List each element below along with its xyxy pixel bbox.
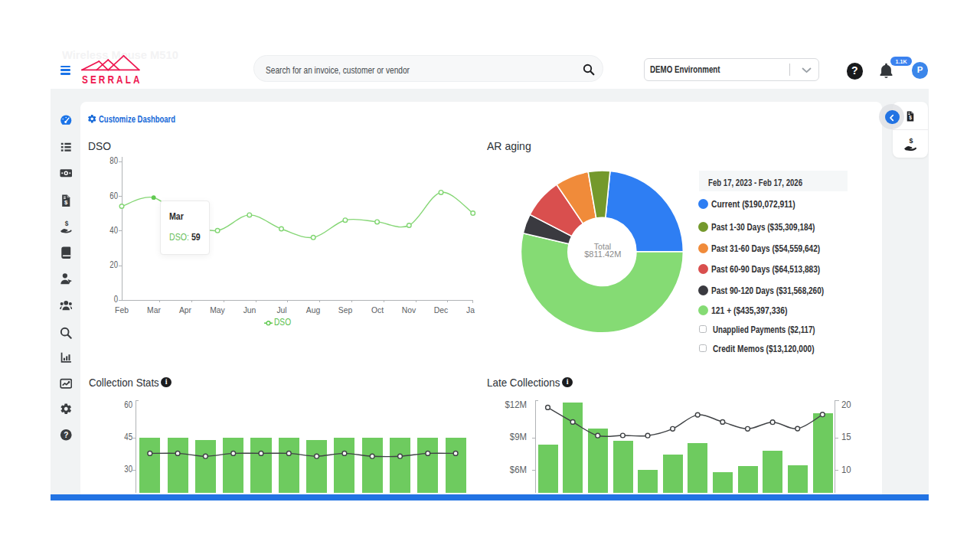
svg-text:$: $ <box>909 115 912 121</box>
svg-text:SERRALA: SERRALA <box>82 73 142 86</box>
svg-text:$: $ <box>65 221 69 228</box>
svg-text:?: ? <box>64 431 68 439</box>
svg-text:$: $ <box>909 137 913 145</box>
svg-text:$: $ <box>64 199 68 206</box>
